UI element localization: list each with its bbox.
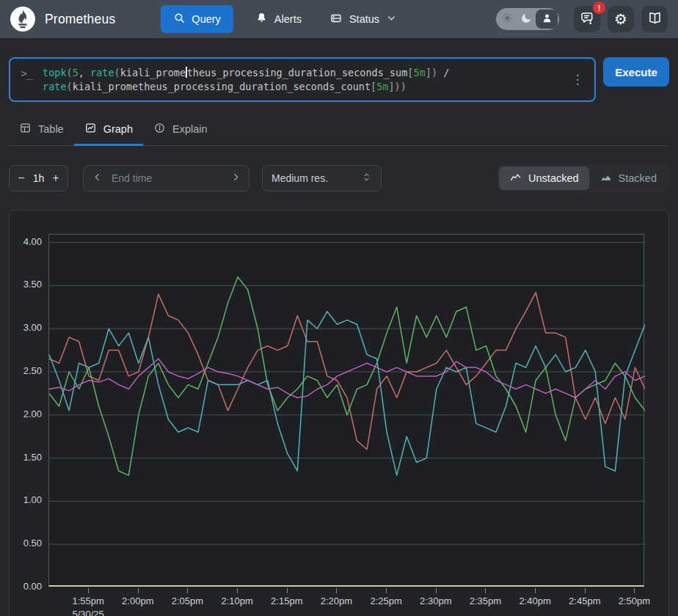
query-token: ( <box>67 81 73 92</box>
x-axis-tick <box>287 588 288 593</box>
chart-svg <box>49 235 645 587</box>
end-time-forward-button[interactable] <box>227 168 244 188</box>
query-token: ( <box>67 67 73 78</box>
y-axis-label: 3.00 <box>10 321 42 334</box>
nav-status[interactable]: Status <box>329 12 397 27</box>
y-axis-label: 0.50 <box>10 537 42 550</box>
query-token: topk <box>43 67 67 78</box>
query-token: 5m <box>376 81 388 92</box>
y-axis-label: 3.50 <box>10 278 42 291</box>
x-axis-tick <box>585 588 586 593</box>
theme-light-button[interactable] <box>497 10 517 29</box>
line-chart-icon <box>509 171 522 186</box>
x-axis-label: 2:35pm <box>470 595 501 606</box>
documentation-button[interactable] <box>641 6 668 32</box>
execute-button[interactable]: Execute <box>603 57 669 87</box>
graph-icon <box>84 122 97 136</box>
query-token: rate <box>90 67 114 78</box>
theme-dark-button[interactable] <box>517 10 536 29</box>
query-expression[interactable]: topk(5, rate(kiali_prometheus_processing… <box>43 66 568 94</box>
x-axis-tick <box>138 588 139 593</box>
x-axis-label: 2:50pm <box>619 595 650 606</box>
table-icon <box>19 122 32 136</box>
unstacked-button[interactable]: Unstacked <box>499 166 589 190</box>
tab-graph[interactable]: Graph <box>74 115 143 145</box>
x-axis-label: 2:40pm <box>519 595 550 606</box>
x-axis-tick <box>485 588 486 593</box>
x-axis-label: 2:15pm <box>271 595 302 606</box>
stack-toggle: Unstacked Stacked <box>497 164 669 192</box>
query-token: ] <box>388 81 394 92</box>
editor-menu-button[interactable]: ⋮ <box>568 66 587 87</box>
gear-icon: ⚙ <box>614 12 627 26</box>
range-decrease-button[interactable]: − <box>12 168 31 188</box>
query-token: 5m <box>414 67 426 78</box>
query-token: / <box>437 67 449 78</box>
book-icon <box>647 10 663 28</box>
resolution-select[interactable]: Medium res. <box>262 165 382 191</box>
tab-explain[interactable]: Explain <box>143 115 218 145</box>
x-axis-label: 2:05pm <box>172 595 203 606</box>
series-line-2 <box>49 312 645 475</box>
brand: Prometheus <box>10 7 115 32</box>
sun-icon <box>501 12 514 26</box>
query-line-2: rate(kiali_prometheus_processing_duratio… <box>43 80 568 94</box>
theme-auto-button[interactable] <box>536 10 558 29</box>
query-token: 5 <box>73 67 79 78</box>
range-value[interactable]: 1h <box>33 172 45 184</box>
end-time-back-button[interactable] <box>88 168 106 188</box>
x-axis-label: 2:30pm <box>420 595 451 606</box>
x-axis-tick <box>88 588 89 593</box>
series-line-0 <box>49 293 645 450</box>
query-token: theus_processing_duration_seconds_sum <box>187 67 408 78</box>
query-token: , <box>79 67 90 78</box>
person-icon <box>541 12 553 26</box>
x-axis-tick <box>187 588 188 593</box>
chart-plot-area[interactable] <box>48 234 644 587</box>
chevron-left-icon <box>92 172 103 185</box>
query-token: ( <box>114 67 120 78</box>
query-editor[interactable]: >_ topk(5, rate(kiali_prometheus_process… <box>9 57 596 102</box>
panel-tabs: Table Graph Explain <box>9 115 669 146</box>
x-axis-tick <box>237 588 238 593</box>
x-axis-tick <box>386 588 387 593</box>
server-icon <box>329 12 343 27</box>
notifications-button[interactable]: ! <box>574 6 600 32</box>
app-title: Prometheus <box>45 12 115 27</box>
query-token: ) <box>431 67 437 78</box>
x-axis-label: 2:00pm <box>122 595 153 606</box>
bell-icon <box>255 12 268 26</box>
query-token: ] <box>426 67 431 78</box>
chevron-right-icon <box>230 172 241 185</box>
y-axis-label: 1.00 <box>10 494 42 507</box>
search-icon <box>173 12 186 26</box>
end-time-input[interactable]: End time <box>106 172 227 184</box>
range-increase-button[interactable]: + <box>46 168 65 188</box>
y-axis-label: 0.00 <box>10 580 42 593</box>
x-axis-tick <box>436 588 437 593</box>
info-icon <box>153 122 166 136</box>
theme-toggle <box>496 8 559 30</box>
query-token: kiali_prometheus_processing_duration_sec… <box>73 81 371 92</box>
moon-icon <box>520 12 532 26</box>
x-axis-date-label: 5/30/25 <box>72 609 103 616</box>
graph-panel: 0.000.501.001.502.002.503.003.504.001:55… <box>9 210 669 616</box>
x-axis-tick <box>336 588 337 593</box>
area-chart-icon <box>599 171 612 186</box>
x-axis-label: 2:20pm <box>321 595 352 606</box>
y-axis-label: 4.00 <box>10 235 42 249</box>
chat-alert-icon <box>580 10 595 28</box>
query-line-1: topk(5, rate(kiali_prometheus_processing… <box>43 66 568 80</box>
tab-table[interactable]: Table <box>9 115 74 145</box>
notification-badge: ! <box>593 1 605 14</box>
settings-button[interactable]: ⚙ <box>608 6 634 32</box>
nav-query-button[interactable]: Query <box>161 5 233 33</box>
stacked-button[interactable]: Stacked <box>589 166 667 190</box>
query-token: [ <box>371 81 376 92</box>
prometheus-logo[interactable] <box>10 7 35 32</box>
nav-alerts[interactable]: Alerts <box>255 12 302 26</box>
graph-controls: − 1h + End time Medium res. <box>9 164 669 192</box>
y-axis-label: 2.00 <box>10 408 42 421</box>
query-token: [ <box>407 67 413 78</box>
series-line-3 <box>49 359 645 397</box>
